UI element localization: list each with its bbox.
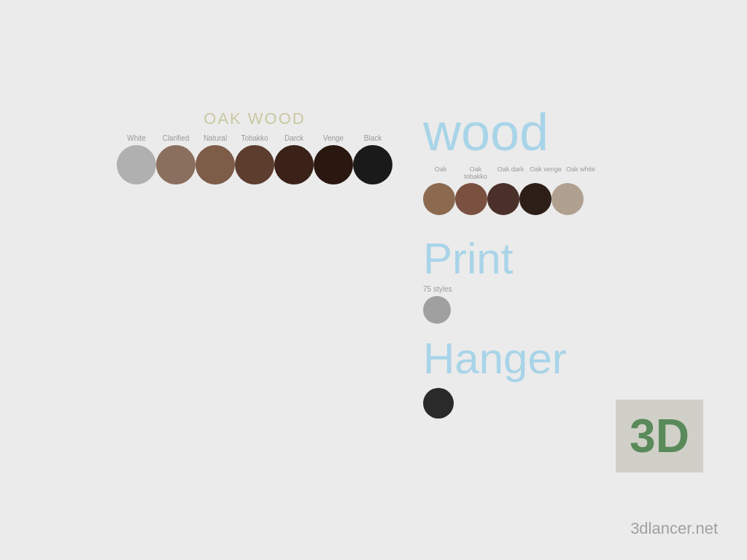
swatch-label: Darck: [274, 134, 314, 142]
swatch-circle[interactable]: [235, 145, 274, 184]
swatch-label: White: [117, 134, 156, 142]
swatch-label: Venge: [314, 134, 353, 142]
swatch-circle[interactable]: [353, 145, 392, 184]
badge-3d-text: 3D: [630, 413, 689, 459]
swatch-circle[interactable]: [196, 145, 235, 184]
print-circle: [423, 296, 451, 324]
oak-sub-label: Oak: [423, 166, 458, 180]
oak-sub-label: Oak tobakko: [458, 166, 493, 180]
wood-label: wood: [423, 106, 598, 158]
color-swatches: WhiteClarifiedNaturalTobakkoDarckVengeBl…: [117, 134, 392, 184]
oak-sub-label: Oak dark: [493, 166, 528, 180]
oak-sub-circle[interactable]: [455, 183, 487, 215]
oak-wood-title: OAK WOOD: [117, 109, 392, 128]
oak-sub-label: Oak white: [563, 166, 598, 180]
swatch-label: Natural: [196, 134, 235, 142]
oak-sub-circle[interactable]: [487, 183, 519, 215]
oak-sub-circle[interactable]: [519, 183, 551, 215]
swatch-circle[interactable]: [117, 145, 156, 184]
badge-3d: 3D: [616, 400, 703, 472]
oak-wood-section: OAK WOOD WhiteClarifiedNaturalTobakkoDar…: [117, 109, 392, 184]
swatch-circle[interactable]: [274, 145, 314, 184]
swatch-circle[interactable]: [156, 145, 196, 184]
oak-sub-circle[interactable]: [551, 183, 584, 215]
oak-sub-circles: [423, 183, 598, 215]
swatch-circles: [117, 145, 392, 184]
swatch-circle[interactable]: [314, 145, 353, 184]
swatch-label: Clarified: [156, 134, 196, 142]
oak-sub-labels: OakOak tobakkoOak darkOak vengeOak white: [423, 166, 598, 180]
oak-sub-circle[interactable]: [423, 183, 455, 215]
print-label: Print: [423, 237, 598, 281]
right-section: wood OakOak tobakkoOak darkOak vengeOak …: [423, 106, 598, 419]
oak-sub-label: Oak venge: [528, 166, 563, 180]
hanger-circle: [423, 388, 454, 419]
swatch-label: Tobakko: [235, 134, 274, 142]
print-styles-text: 75 styles: [423, 285, 598, 293]
watermark: 3dlancer.net: [630, 519, 718, 538]
hanger-label: Hanger: [423, 337, 598, 381]
swatch-label: Black: [353, 134, 392, 142]
swatch-labels: WhiteClarifiedNaturalTobakkoDarckVengeBl…: [117, 134, 392, 142]
